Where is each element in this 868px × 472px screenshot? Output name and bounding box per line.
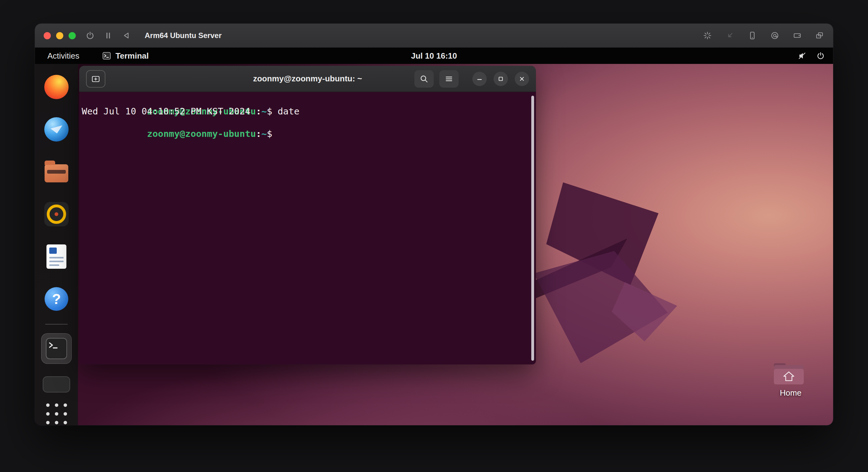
search-button[interactable] <box>414 70 434 88</box>
minimize-button[interactable] <box>472 72 487 86</box>
activities-button[interactable]: Activities <box>45 51 82 61</box>
capture-input-icon[interactable] <box>703 31 712 40</box>
vm-titlebar: Arm64 Ubuntu Server <box>35 24 833 48</box>
terminal-icon <box>46 338 67 359</box>
vm-window: Arm64 Ubuntu Server <box>35 24 833 425</box>
dock-item-libreoffice-writer[interactable] <box>41 242 71 272</box>
vm-toolbar-right <box>703 31 824 40</box>
close-button[interactable] <box>515 72 529 86</box>
prompt-user-host: zoonmy@zoonmy-ubuntu <box>147 128 256 139</box>
pause-icon[interactable] <box>103 31 113 40</box>
window-controls <box>472 72 529 86</box>
thunderbird-icon <box>44 117 69 141</box>
new-tab-button[interactable] <box>86 70 105 88</box>
usb-devices-icon[interactable] <box>748 31 757 40</box>
focused-app-indicator[interactable]: Terminal <box>102 51 149 61</box>
folder-glyph <box>773 361 804 386</box>
clock-button[interactable]: Jul 10 16:10 <box>411 48 457 64</box>
gnome-top-bar: Activities Terminal Jul 10 16:10 <box>35 48 833 64</box>
terminal-app-icon <box>102 51 111 61</box>
power-icon[interactable] <box>86 31 95 40</box>
terminal-actions <box>414 70 529 88</box>
dock-item-firefox[interactable] <box>41 72 71 102</box>
dock-item-thunderbird[interactable] <box>41 115 71 144</box>
home-folder-icon[interactable]: Home <box>773 361 808 398</box>
terminal-scrollbar[interactable] <box>531 96 534 361</box>
terminal-title: zoonmy@zoonmy-ubuntu: ~ <box>253 74 362 84</box>
home-folder-label: Home <box>773 388 808 398</box>
ubuntu-screen: Activities Terminal Jul 10 16:10 <box>35 48 833 425</box>
focused-app-label: Terminal <box>116 51 149 61</box>
prompt-path: ~ <box>261 106 267 117</box>
power-menu-icon[interactable] <box>816 52 825 60</box>
serial-console-icon[interactable] <box>770 31 779 40</box>
dock-item-app-placeholder[interactable] <box>43 376 70 392</box>
dock-separator <box>45 324 68 324</box>
desktop: ? <box>35 64 833 425</box>
help-question-icon: ? <box>44 287 68 311</box>
volume-muted-icon[interactable] <box>798 51 807 61</box>
app-grid-icon <box>46 403 67 424</box>
terminal-line: zoonmy@zoonmy-ubuntu:~$ <box>82 117 532 128</box>
terminal-output-line: Wed Jul 10 04:10:52 PM KST 2024 <box>82 106 532 117</box>
command-text: date <box>272 106 299 117</box>
removable-drive-icon[interactable] <box>793 31 802 40</box>
terminal-line: zoonmy@zoonmy-ubuntu:~$ date <box>82 94 532 106</box>
dock-item-files[interactable] <box>41 157 71 187</box>
dock-item-help[interactable]: ? <box>41 284 71 314</box>
dock-item-terminal[interactable] <box>41 333 72 364</box>
status-area[interactable] <box>798 48 825 64</box>
play-back-icon[interactable] <box>122 31 131 40</box>
terminal-body[interactable]: zoonmy@zoonmy-ubuntu:~$ date Wed Jul 10 … <box>79 92 536 365</box>
show-applications-button[interactable] <box>41 398 71 425</box>
files-folder-icon <box>44 164 68 182</box>
vm-window-title: Arm64 Ubuntu Server <box>145 31 222 40</box>
traffic-light-zoom[interactable] <box>69 32 76 39</box>
dock: ? <box>35 64 78 425</box>
traffic-light-minimize[interactable] <box>56 32 63 39</box>
terminal-header-bar: zoonmy@zoonmy-ubuntu: ~ <box>79 66 536 92</box>
rhythmbox-icon <box>44 202 69 226</box>
firefox-icon <box>44 75 69 99</box>
external-displays-icon[interactable] <box>815 31 824 40</box>
writer-document-icon <box>46 244 66 269</box>
maximize-button[interactable] <box>494 72 508 86</box>
resize-window-icon[interactable] <box>725 31 735 40</box>
dock-item-rhythmbox[interactable] <box>41 199 71 229</box>
menu-button[interactable] <box>439 70 459 88</box>
terminal-window: zoonmy@zoonmy-ubuntu: ~ <box>79 66 536 365</box>
traffic-light-close[interactable] <box>44 32 51 39</box>
prompt-path: ~ <box>261 128 267 139</box>
